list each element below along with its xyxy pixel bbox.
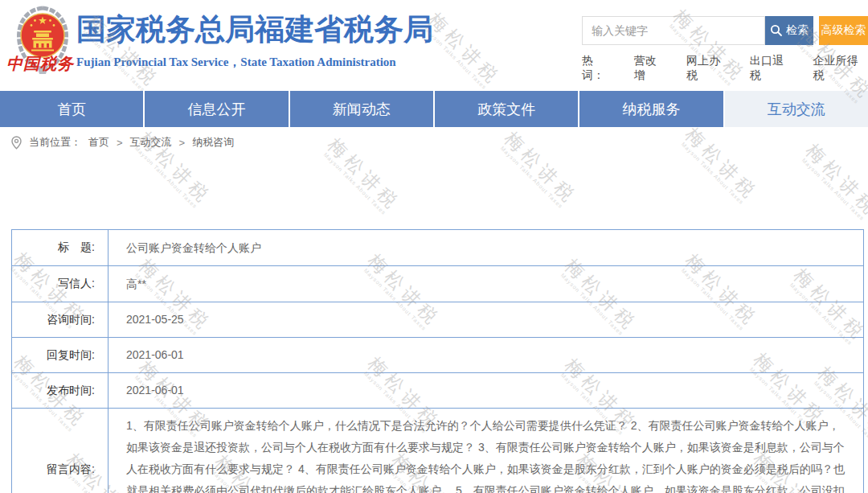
row-label-publish-time: 发布时间: [12,373,108,409]
row-value-message: 1、有限责任公司账户资金转给个人账户，什么情况下是合法允许的？个人给公司需要提供… [108,409,864,493]
table-row: 发布时间: 2021-06-01 [12,373,864,409]
breadcrumb-home[interactable]: 首页 [88,135,109,150]
hot-word-link[interactable]: 营改增 [634,54,667,83]
table-row: 标 题: 公司账户资金转给个人账户 [12,230,864,266]
search-row: 检索 高级检索 [582,16,868,45]
row-label-writer: 写信人: [12,266,108,302]
nav-item-home[interactable]: 首页 [0,91,145,127]
search-area: 检索 高级检索 热词： 营改增 网上办税 出口退税 企业所得税 [582,16,868,83]
row-label-consult-time: 咨询时间: [12,302,108,338]
nav-item-tax-service[interactable]: 纳税服务 [579,91,724,127]
breadcrumb-prefix: 当前位置： [29,135,81,150]
logo-caption: 中国税务 [0,53,80,75]
page: 中国税务 国家税务总局福建省税务局 Fujian Provincial Tax … [0,0,868,493]
search-button-label: 检索 [786,23,809,38]
search-button[interactable]: 检索 [765,16,813,45]
row-label-title: 标 题: [12,230,108,266]
watermark: 梅松讲税Mayson Talks About Taxes [798,141,868,224]
search-icon [770,24,783,37]
watermark: 梅松讲税Mayson Talks About Taxes [497,129,580,212]
breadcrumb-tax-consult[interactable]: 纳税咨询 [192,135,234,150]
breadcrumb-separator: > [117,137,123,149]
row-value-reply-time: 2021-06-01 [108,338,864,373]
advanced-search-button[interactable]: 高级检索 [819,16,868,45]
nav-item-news[interactable]: 新闻动态 [290,91,435,127]
site-subtitle: Fujian Provincial Tax Service，State Taxa… [76,55,433,70]
watermark: 梅松讲税Mayson Talks About Taxes [678,125,761,208]
table-row: 回复时间: 2021-06-01 [12,338,864,373]
row-value-consult-time: 2021-05-25 [108,302,864,338]
breadcrumb: 当前位置： 首页 > 互动交流 > 纳税咨询 [11,135,234,150]
nav-item-info-disclosure[interactable]: 信息公开 [145,91,289,127]
hot-word-link[interactable]: 出口退税 [750,54,794,83]
breadcrumb-interaction[interactable]: 互动交流 [130,135,172,150]
row-value-publish-time: 2021-06-01 [108,373,864,409]
breadcrumb-separator: > [179,137,186,149]
main-nav: 首页 信息公开 新闻动态 政策文件 纳税服务 互动交流 [0,91,868,127]
watermark: 梅松讲税Mayson Talks About Taxes [320,135,403,219]
row-value-writer: 高** [108,266,864,302]
nav-item-interaction[interactable]: 互动交流 [725,91,868,127]
row-value-title: 公司账户资金转给个人账户 [108,230,864,266]
table-row: 咨询时间: 2021-05-25 [12,302,864,338]
consultation-detail-table: 标 题: 公司账户资金转给个人账户 写信人: 高** 咨询时间: 2021-05… [11,229,864,493]
site-header: 中国税务 国家税务总局福建省税务局 Fujian Provincial Tax … [0,0,868,91]
site-title-block[interactable]: 国家税务总局福建省税务局 Fujian Provincial Tax Servi… [76,10,433,70]
search-input[interactable] [582,16,765,45]
location-pin-icon [11,136,22,150]
row-label-message: 留言内容: [12,409,108,493]
hot-word-link[interactable]: 企业所得税 [813,54,868,83]
hot-words-bar: 热词： 营改增 网上办税 出口退税 企业所得税 [582,54,868,83]
hot-word-link[interactable]: 网上办税 [686,54,731,83]
table-row: 留言内容: 1、有限责任公司账户资金转给个人账户，什么情况下是合法允许的？个人给… [12,409,864,493]
row-label-reply-time: 回复时间: [12,338,108,373]
table-row: 写信人: 高** [12,266,864,302]
hot-words-label: 热词： [582,54,615,83]
site-title: 国家税务总局福建省税务局 [76,10,433,50]
nav-item-policy[interactable]: 政策文件 [435,91,579,127]
